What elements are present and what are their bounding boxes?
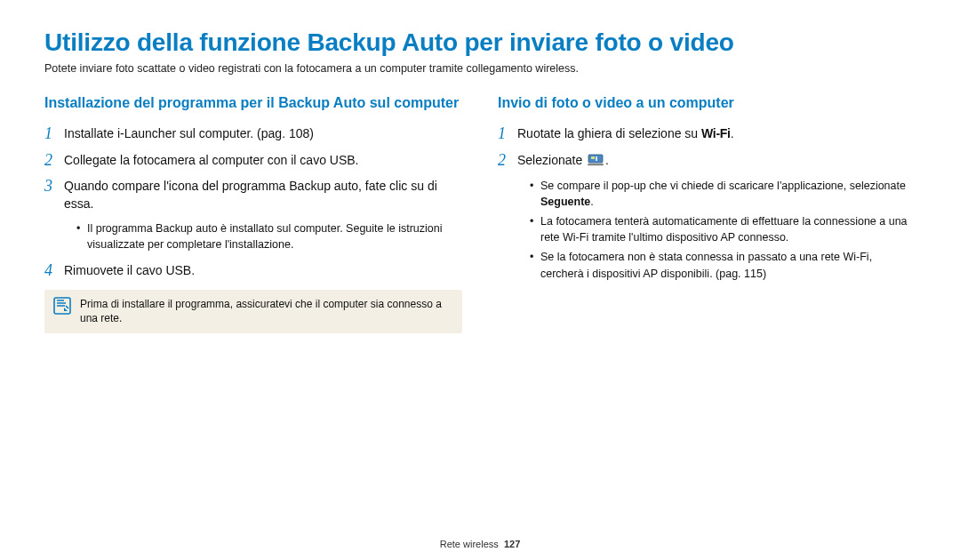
footer-page-number: 127 [504,539,520,549]
text-fragment: Selezionate [517,153,586,167]
left-step-2: 2 Collegate la fotocamera al computer co… [44,151,462,171]
text-fragment: . [590,196,593,208]
text-fragment: Ruotate la ghiera di selezione su [517,126,701,140]
bullet-item: Se la fotocamera non è stata connessa in… [530,249,916,281]
text-fragment: Se compare il pop-up che vi chiede di sc… [540,180,906,192]
left-step-4: 4 Rimuovete il cavo USB. [44,261,462,281]
right-step-1: 1 Ruotate la ghiera di selezione su Wi-F… [498,124,916,144]
step-text: Ruotate la ghiera di selezione su Wi-Fi. [517,124,734,142]
step-text: Quando compare l'icona del programma Bac… [64,177,462,213]
note-icon [53,297,71,315]
wifi-label: Wi-Fi [701,126,731,140]
manual-page: Utilizzo della funzione Backup Auto per … [0,0,960,560]
svg-rect-2 [591,156,595,159]
left-column: Installazione del programma per il Backu… [44,94,462,333]
step-number: 3 [44,177,64,196]
left-section-heading: Installazione del programma per il Backu… [44,94,462,112]
left-step-1: 1 Installate i-Launcher sul computer. (p… [44,124,462,144]
text-fragment: . [731,126,734,140]
pc-backup-icon [588,153,604,171]
text-fragment: . [605,153,609,167]
page-footer: Rete wireless 127 [0,539,960,549]
step-number: 4 [44,261,64,281]
svg-rect-3 [596,156,597,161]
bold-term: Seguente [540,196,590,208]
step-number: 2 [498,151,517,171]
note-callout: Prima di installare il programma, assicu… [44,290,462,334]
step-number: 1 [498,124,517,144]
step-text: Installate i-Launcher sul computer. (pag… [64,124,314,142]
footer-section-label: Rete wireless [440,539,499,549]
page-subtitle: Potete inviare foto scattate o video reg… [44,62,916,75]
page-title: Utilizzo della funzione Backup Auto per … [44,28,916,57]
right-step-2: 2 Selezionate . [498,151,916,171]
left-step-3: 3 Quando compare l'icona del programma B… [44,177,462,213]
right-column: Invio di foto o video a un computer 1 Ru… [498,94,916,333]
step-number: 1 [44,124,64,144]
right-step-2-bullets: Se compare il pop-up che vi chiede di sc… [530,178,916,282]
step-number: 2 [44,151,64,171]
right-section-heading: Invio di foto o video a un computer [498,94,916,112]
bullet-item: Se compare il pop-up che vi chiede di sc… [530,178,916,210]
bullet-item: La fotocamera tenterà automaticamente di… [530,213,916,245]
two-column-layout: Installazione del programma per il Backu… [44,94,916,333]
step-text: Selezionate . [517,151,609,171]
substep-text: Il programma Backup auto è installato su… [76,220,462,252]
step-text: Rimuovete il cavo USB. [64,261,195,279]
left-step-3-substeps: Il programma Backup auto è installato su… [76,220,462,252]
svg-rect-4 [588,164,604,165]
step-text: Collegate la fotocamera al computer con … [64,151,359,169]
note-text: Prima di installare il programma, assicu… [80,297,453,327]
